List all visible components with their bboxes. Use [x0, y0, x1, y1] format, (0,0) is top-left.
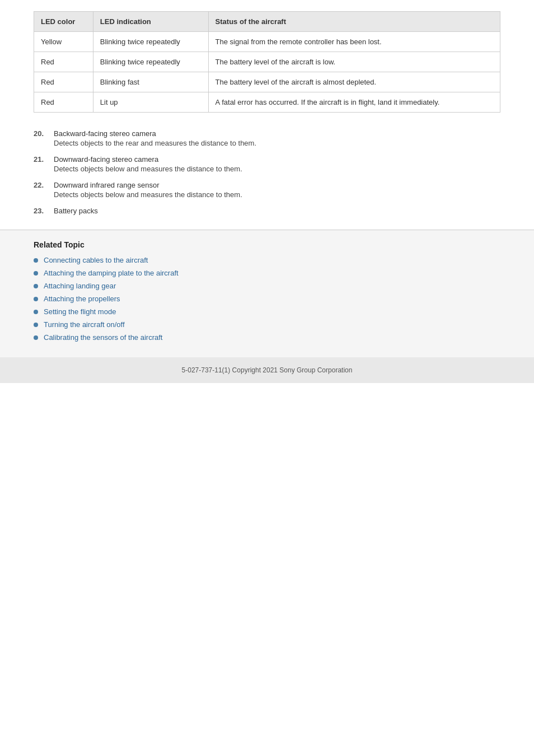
- list-item-desc: Detects objects below and measures the d…: [54, 165, 242, 173]
- list-item-desc: Detects objects below and measures the d…: [54, 190, 242, 199]
- related-link[interactable]: Calibrating the sensors of the aircraft: [44, 333, 162, 342]
- list-item: 23.Battery packs: [34, 207, 500, 216]
- table-cell-color: Yellow: [34, 32, 93, 52]
- table-cell-indication: Blinking twice repeatedly: [93, 32, 208, 52]
- table-row: RedBlinking twice repeatedlyThe battery …: [34, 52, 500, 72]
- bullet-icon: [34, 271, 38, 276]
- footer: 5-027-737-11(1) Copyright 2021 Sony Grou…: [0, 357, 534, 383]
- table-header-indication: LED indication: [93, 12, 208, 32]
- bullet-icon: [34, 323, 38, 327]
- table-cell-indication: Blinking fast: [93, 72, 208, 92]
- table-cell-color: Red: [34, 72, 93, 92]
- table-header-status: Status of the aircraft: [208, 12, 500, 32]
- list-item-title: Downward infrared range sensor: [54, 181, 242, 189]
- related-link[interactable]: Attaching the propellers: [44, 295, 120, 303]
- related-section: Related Topic Connecting cables to the a…: [0, 230, 534, 357]
- related-link[interactable]: Attaching the damping plate to the aircr…: [44, 269, 179, 277]
- numbered-list: 20.Backward-facing stereo cameraDetects …: [34, 129, 500, 216]
- related-link-item: Turning the aircraft on/off: [34, 320, 500, 329]
- table-row: RedBlinking fastThe battery level of the…: [34, 72, 500, 92]
- related-link-item: Setting the flight mode: [34, 307, 500, 316]
- table-cell-status: The signal from the remote controller ha…: [208, 32, 500, 52]
- related-link-item: Attaching the propellers: [34, 295, 500, 303]
- list-item-content: Downward infrared range sensorDetects ob…: [54, 181, 242, 199]
- table-row: RedLit upA fatal error has occurred. If …: [34, 92, 500, 113]
- related-link-item: Attaching the damping plate to the aircr…: [34, 269, 500, 277]
- list-item-number: 23.: [34, 207, 54, 216]
- bullet-icon: [34, 310, 38, 314]
- table-header-color: LED color: [34, 12, 93, 32]
- table-cell-color: Red: [34, 52, 93, 72]
- related-link-item: Connecting cables to the aircraft: [34, 256, 500, 264]
- list-item: 22.Downward infrared range sensorDetects…: [34, 181, 500, 199]
- list-item-title: Battery packs: [54, 207, 98, 215]
- table-cell-status: The battery level of the aircraft is low…: [208, 52, 500, 72]
- list-item: 21.Downward-facing stereo cameraDetects …: [34, 155, 500, 173]
- table-cell-status: The battery level of the aircraft is alm…: [208, 72, 500, 92]
- bullet-icon: [34, 258, 38, 263]
- list-item-number: 20.: [34, 129, 54, 147]
- related-topic-heading: Related Topic: [34, 240, 500, 249]
- bullet-icon: [34, 297, 38, 301]
- list-item-number: 22.: [34, 181, 54, 199]
- footer-text: 5-027-737-11(1) Copyright 2021 Sony Grou…: [182, 366, 353, 374]
- list-item-content: Downward-facing stereo cameraDetects obj…: [54, 155, 242, 173]
- bullet-icon: [34, 284, 38, 288]
- list-item-title: Backward-facing stereo camera: [54, 129, 256, 138]
- main-content: LED color LED indication Status of the a…: [0, 0, 534, 216]
- related-link-item: Calibrating the sensors of the aircraft: [34, 333, 500, 342]
- related-link[interactable]: Turning the aircraft on/off: [44, 320, 125, 329]
- related-link[interactable]: Setting the flight mode: [44, 307, 116, 316]
- table-cell-status: A fatal error has occurred. If the aircr…: [208, 92, 500, 113]
- table-row: YellowBlinking twice repeatedlyThe signa…: [34, 32, 500, 52]
- list-item-content: Battery packs: [54, 207, 98, 216]
- table-cell-color: Red: [34, 92, 93, 113]
- list-item-number: 21.: [34, 155, 54, 173]
- related-link[interactable]: Connecting cables to the aircraft: [44, 256, 148, 264]
- related-links: Connecting cables to the aircraftAttachi…: [34, 256, 500, 342]
- led-table: LED color LED indication Status of the a…: [34, 11, 500, 113]
- bullet-icon: [34, 335, 38, 340]
- list-item-content: Backward-facing stereo cameraDetects obj…: [54, 129, 256, 147]
- list-item-title: Downward-facing stereo camera: [54, 155, 242, 164]
- related-link[interactable]: Attaching landing gear: [44, 282, 116, 290]
- related-link-item: Attaching landing gear: [34, 282, 500, 290]
- table-cell-indication: Lit up: [93, 92, 208, 113]
- list-item-desc: Detects objects to the rear and measures…: [54, 139, 256, 147]
- table-cell-indication: Blinking twice repeatedly: [93, 52, 208, 72]
- list-item: 20.Backward-facing stereo cameraDetects …: [34, 129, 500, 147]
